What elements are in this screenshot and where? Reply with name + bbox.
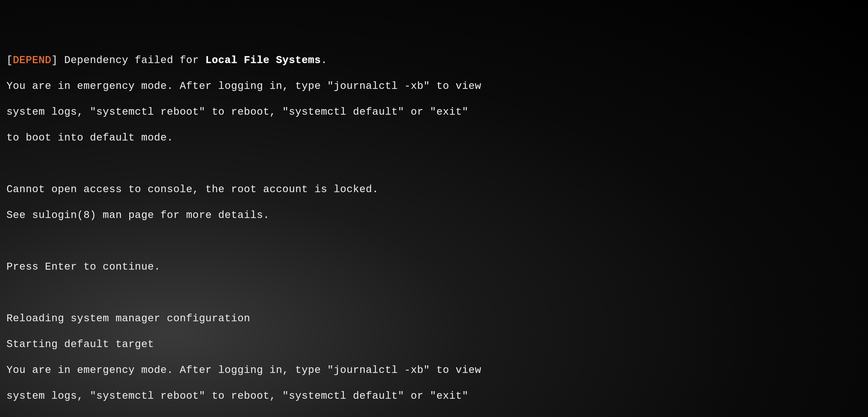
emergency-mode-line-3b: to boot into default mode. [6, 415, 862, 417]
depend-text-post: . [321, 55, 327, 66]
bracket-open: [ [6, 55, 13, 66]
emergency-mode-line-2: system logs, "systemctl reboot" to reboo… [6, 105, 862, 118]
press-enter-prompt[interactable]: Press Enter to continue. [6, 260, 862, 273]
emergency-mode-line-1b: You are in emergency mode. After logging… [6, 364, 862, 377]
depend-tag: DEPEND [13, 55, 52, 66]
depend-bold-target: Local File Systems [206, 55, 321, 66]
starting-default-target-line: Starting default target [6, 338, 862, 351]
blank-line [6, 286, 862, 299]
root-locked-line: Cannot open access to console, the root … [6, 183, 862, 196]
sulogin-hint-line: See sulogin(8) man page for more details… [6, 209, 862, 222]
reloading-config-line: Reloading system manager configuration [6, 312, 862, 325]
emergency-mode-line-3: to boot into default mode. [6, 131, 862, 144]
emergency-console[interactable]: { "colors": { "depend_tag": "#ff7a3d", "… [0, 0, 868, 417]
depend-text-mid: ] Dependency failed for [52, 55, 206, 66]
console-line-depend: [DEPEND] Dependency failed for Local Fil… [6, 54, 862, 67]
emergency-mode-line-2b: system logs, "systemctl reboot" to reboo… [6, 389, 862, 403]
blank-line [6, 234, 862, 248]
emergency-mode-line-1: You are in emergency mode. After logging… [6, 79, 862, 93]
blank-line [6, 157, 862, 170]
